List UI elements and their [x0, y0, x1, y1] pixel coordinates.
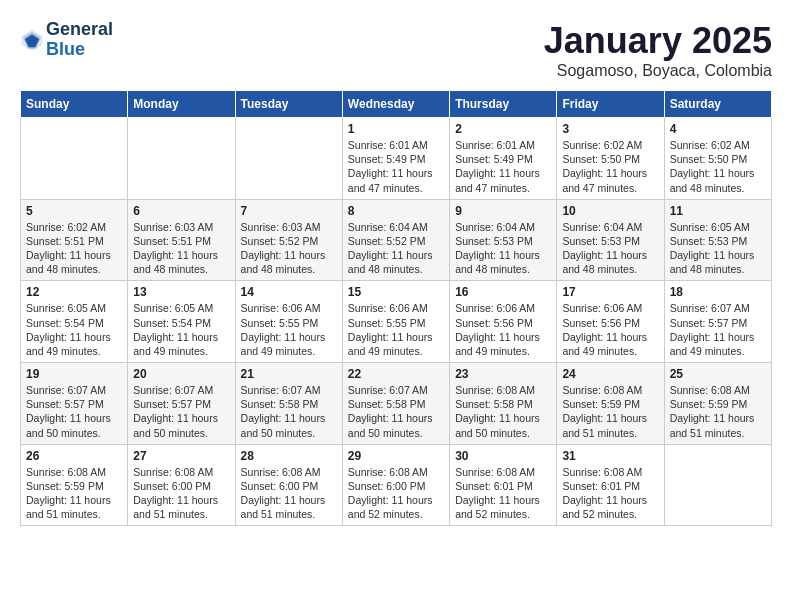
day-number: 3: [562, 122, 658, 136]
day-content-line: Sunset: 6:01 PM: [562, 479, 658, 493]
day-content-line: Sunrise: 6:01 AM: [455, 138, 551, 152]
day-content: Sunrise: 6:07 AMSunset: 5:58 PMDaylight:…: [241, 383, 337, 440]
calendar-cell: 29Sunrise: 6:08 AMSunset: 6:00 PMDayligh…: [342, 444, 449, 526]
day-content-line: Sunrise: 6:07 AM: [670, 301, 766, 315]
day-content: Sunrise: 6:08 AMSunset: 6:00 PMDaylight:…: [348, 465, 444, 522]
day-content-line: Sunset: 5:49 PM: [348, 152, 444, 166]
month-title: January 2025: [544, 20, 772, 62]
day-content-line: and 49 minutes.: [26, 344, 122, 358]
day-content: Sunrise: 6:01 AMSunset: 5:49 PMDaylight:…: [348, 138, 444, 195]
day-number: 8: [348, 204, 444, 218]
day-content-line: Daylight: 11 hours: [241, 411, 337, 425]
calendar-cell: 30Sunrise: 6:08 AMSunset: 6:01 PMDayligh…: [450, 444, 557, 526]
day-content-line: Sunset: 5:54 PM: [133, 316, 229, 330]
calendar-cell: [128, 118, 235, 200]
day-content-line: Daylight: 11 hours: [455, 411, 551, 425]
calendar-cell: 5Sunrise: 6:02 AMSunset: 5:51 PMDaylight…: [21, 199, 128, 281]
day-content-line: and 47 minutes.: [455, 181, 551, 195]
day-content-line: Sunrise: 6:01 AM: [348, 138, 444, 152]
day-content-line: Sunrise: 6:06 AM: [348, 301, 444, 315]
calendar-cell: 1Sunrise: 6:01 AMSunset: 5:49 PMDaylight…: [342, 118, 449, 200]
calendar-cell: 3Sunrise: 6:02 AMSunset: 5:50 PMDaylight…: [557, 118, 664, 200]
day-content: Sunrise: 6:04 AMSunset: 5:52 PMDaylight:…: [348, 220, 444, 277]
day-content-line: and 51 minutes.: [562, 426, 658, 440]
day-content-line: and 50 minutes.: [26, 426, 122, 440]
day-content-line: and 48 minutes.: [562, 262, 658, 276]
day-content-line: Daylight: 11 hours: [670, 330, 766, 344]
day-content: Sunrise: 6:02 AMSunset: 5:50 PMDaylight:…: [670, 138, 766, 195]
day-content-line: Sunset: 5:51 PM: [133, 234, 229, 248]
day-content: Sunrise: 6:08 AMSunset: 5:59 PMDaylight:…: [562, 383, 658, 440]
calendar-header: Sunday Monday Tuesday Wednesday Thursday…: [21, 91, 772, 118]
day-number: 31: [562, 449, 658, 463]
day-content-line: Daylight: 11 hours: [562, 248, 658, 262]
day-content-line: Daylight: 11 hours: [348, 411, 444, 425]
day-content-line: Sunrise: 6:08 AM: [241, 465, 337, 479]
day-content-line: Sunset: 6:01 PM: [455, 479, 551, 493]
day-content-line: and 52 minutes.: [348, 507, 444, 521]
day-content-line: and 51 minutes.: [26, 507, 122, 521]
day-content-line: Sunrise: 6:08 AM: [133, 465, 229, 479]
day-content: Sunrise: 6:05 AMSunset: 5:54 PMDaylight:…: [133, 301, 229, 358]
day-content-line: Sunset: 5:58 PM: [241, 397, 337, 411]
day-content-line: Sunset: 5:57 PM: [26, 397, 122, 411]
day-content-line: Daylight: 11 hours: [348, 166, 444, 180]
day-content-line: and 47 minutes.: [562, 181, 658, 195]
day-number: 21: [241, 367, 337, 381]
calendar-cell: 2Sunrise: 6:01 AMSunset: 5:49 PMDaylight…: [450, 118, 557, 200]
day-content: Sunrise: 6:07 AMSunset: 5:57 PMDaylight:…: [133, 383, 229, 440]
day-content-line: Daylight: 11 hours: [26, 493, 122, 507]
day-content-line: Sunset: 5:53 PM: [455, 234, 551, 248]
day-content-line: and 48 minutes.: [670, 181, 766, 195]
day-content-line: and 51 minutes.: [670, 426, 766, 440]
location-subtitle: Sogamoso, Boyaca, Colombia: [544, 62, 772, 80]
calendar-cell: 22Sunrise: 6:07 AMSunset: 5:58 PMDayligh…: [342, 363, 449, 445]
calendar-cell: 31Sunrise: 6:08 AMSunset: 6:01 PMDayligh…: [557, 444, 664, 526]
day-content-line: Sunset: 5:51 PM: [26, 234, 122, 248]
day-content-line: Sunrise: 6:04 AM: [455, 220, 551, 234]
calendar-cell: 15Sunrise: 6:06 AMSunset: 5:55 PMDayligh…: [342, 281, 449, 363]
day-content-line: Sunrise: 6:08 AM: [455, 383, 551, 397]
day-content-line: and 47 minutes.: [348, 181, 444, 195]
calendar-cell: 28Sunrise: 6:08 AMSunset: 6:00 PMDayligh…: [235, 444, 342, 526]
calendar-cell: 10Sunrise: 6:04 AMSunset: 5:53 PMDayligh…: [557, 199, 664, 281]
calendar-cell: [235, 118, 342, 200]
day-content: Sunrise: 6:08 AMSunset: 6:00 PMDaylight:…: [241, 465, 337, 522]
day-content-line: Sunset: 5:54 PM: [26, 316, 122, 330]
day-content-line: Sunset: 5:59 PM: [670, 397, 766, 411]
calendar-week-1: 1Sunrise: 6:01 AMSunset: 5:49 PMDaylight…: [21, 118, 772, 200]
day-content: Sunrise: 6:06 AMSunset: 5:55 PMDaylight:…: [348, 301, 444, 358]
day-content-line: Sunset: 5:50 PM: [670, 152, 766, 166]
day-number: 14: [241, 285, 337, 299]
day-content: Sunrise: 6:03 AMSunset: 5:52 PMDaylight:…: [241, 220, 337, 277]
day-content-line: Daylight: 11 hours: [133, 330, 229, 344]
header-saturday: Saturday: [664, 91, 771, 118]
calendar-cell: 12Sunrise: 6:05 AMSunset: 5:54 PMDayligh…: [21, 281, 128, 363]
day-content-line: Sunrise: 6:08 AM: [26, 465, 122, 479]
day-content-line: Daylight: 11 hours: [562, 411, 658, 425]
day-content-line: Sunrise: 6:06 AM: [562, 301, 658, 315]
calendar-cell: 7Sunrise: 6:03 AMSunset: 5:52 PMDaylight…: [235, 199, 342, 281]
day-content: Sunrise: 6:07 AMSunset: 5:57 PMDaylight:…: [26, 383, 122, 440]
day-content-line: Daylight: 11 hours: [26, 411, 122, 425]
calendar-cell: 8Sunrise: 6:04 AMSunset: 5:52 PMDaylight…: [342, 199, 449, 281]
logo-line1: General: [46, 19, 113, 39]
day-content: Sunrise: 6:01 AMSunset: 5:49 PMDaylight:…: [455, 138, 551, 195]
day-content-line: Daylight: 11 hours: [455, 248, 551, 262]
calendar-cell: 17Sunrise: 6:06 AMSunset: 5:56 PMDayligh…: [557, 281, 664, 363]
calendar-week-5: 26Sunrise: 6:08 AMSunset: 5:59 PMDayligh…: [21, 444, 772, 526]
day-content-line: and 48 minutes.: [670, 262, 766, 276]
day-content-line: and 49 minutes.: [455, 344, 551, 358]
logo-icon: [20, 28, 44, 52]
day-content-line: Daylight: 11 hours: [562, 166, 658, 180]
day-content-line: Sunrise: 6:08 AM: [562, 465, 658, 479]
day-content-line: Sunset: 5:58 PM: [348, 397, 444, 411]
day-content-line: Daylight: 11 hours: [670, 166, 766, 180]
calendar-body: 1Sunrise: 6:01 AMSunset: 5:49 PMDaylight…: [21, 118, 772, 526]
day-content: Sunrise: 6:02 AMSunset: 5:50 PMDaylight:…: [562, 138, 658, 195]
day-content-line: Sunrise: 6:04 AM: [562, 220, 658, 234]
day-content-line: Sunrise: 6:05 AM: [26, 301, 122, 315]
day-content: Sunrise: 6:06 AMSunset: 5:55 PMDaylight:…: [241, 301, 337, 358]
calendar-cell: 26Sunrise: 6:08 AMSunset: 5:59 PMDayligh…: [21, 444, 128, 526]
day-content-line: Sunset: 5:56 PM: [455, 316, 551, 330]
